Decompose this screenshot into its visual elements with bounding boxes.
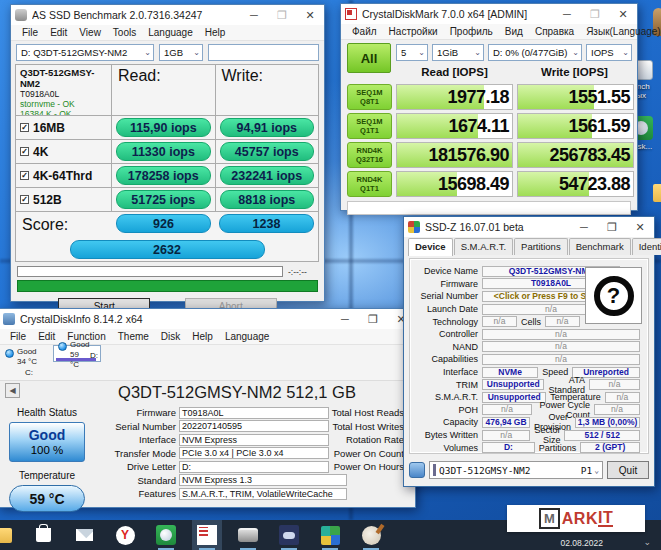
quit-button[interactable]: Quit	[607, 461, 649, 479]
cdi-titlebar[interactable]: CrystalDiskInfo 8.14.2 x64 ─ ❐ ✕	[0, 309, 415, 329]
menu-item-language[interactable]: Язык(Language)	[580, 26, 661, 37]
tab-partitions[interactable]: Partitions	[514, 238, 568, 255]
taskbar-ssdz[interactable]	[277, 523, 301, 547]
drive-tab-c[interactable]: Good 34 °C C:	[5, 345, 53, 380]
maximize-icon[interactable]: ❐	[359, 309, 387, 329]
as-ssd-icon	[238, 528, 258, 542]
as-ssd-titlebar[interactable]: AS SSD Benchmark 2.0.7316.34247 ─ ❐ ✕	[11, 5, 324, 25]
cdm-titlebar[interactable]: CrystalDiskMark 7.0.0 x64 [ADMIN] ─ ❐ ✕	[341, 4, 637, 24]
menu-item-theme[interactable]: Theme	[112, 331, 155, 342]
minimize-icon[interactable]: ─	[553, 4, 581, 24]
tab-benchmark[interactable]: Benchmark	[569, 238, 631, 255]
temperature-box[interactable]: 59 °C	[9, 485, 85, 512]
desktop: ench ых Disk... AS SSD Benchmark 2.0.731…	[0, 0, 661, 550]
taskbar-as-ssd[interactable]	[236, 523, 260, 547]
run-count-select[interactable]: 5 ⌄	[396, 44, 428, 61]
minimize-icon[interactable]: ─	[570, 217, 598, 237]
test-size-select[interactable]: 1GiB ⌄	[432, 44, 484, 61]
drive-letter: C:	[5, 368, 53, 377]
maximize-icon[interactable]: ❐	[268, 5, 296, 25]
health-status-box[interactable]: Good 100 %	[9, 422, 85, 462]
settings-icon[interactable]	[409, 462, 425, 478]
drive-select[interactable]: D: Q3DT-512GMSY-NM2 ⌄	[16, 44, 154, 61]
partitions-value: 2 (GPT)	[580, 442, 640, 453]
drive-status: Good	[70, 340, 90, 350]
minimize-icon[interactable]: ─	[240, 5, 268, 25]
menu-item-edit[interactable]: Edit	[44, 27, 73, 38]
all-test-button[interactable]: All	[347, 43, 391, 73]
menu-item-file[interactable]: File	[16, 27, 44, 38]
checkbox-checked-icon[interactable]: ✓	[20, 171, 29, 180]
write-result-cell: 54723.88	[517, 171, 634, 197]
read-score: 926	[116, 214, 211, 233]
menu-item-tools[interactable]: Tools	[107, 27, 142, 38]
features-value: S.M.A.R.T., TRIM, VolatileWriteCache	[179, 488, 347, 500]
taskbar-store[interactable]	[31, 523, 55, 547]
field-label: Total Host Reads	[329, 407, 407, 418]
menu-item-settings[interactable]: Настройки	[383, 26, 444, 37]
drive-tab-d[interactable]: Good 59 °C D:	[53, 345, 101, 362]
close-icon[interactable]: ✕	[626, 217, 654, 237]
test-type-button[interactable]: RND4K Q1T1	[347, 171, 392, 197]
checkbox-checked-icon[interactable]: ✓	[20, 147, 29, 156]
menu-item-edit[interactable]: Edit	[32, 331, 61, 342]
read-result-cell: 1977.18	[396, 84, 513, 110]
taskbar-tiles-app[interactable]	[318, 523, 342, 547]
close-icon[interactable]: ✕	[609, 4, 637, 24]
test-row-label: ✓ 4K-64Thrd	[15, 163, 112, 188]
chevron-down-icon[interactable]: ⌄	[643, 537, 651, 547]
markit-watermark: M ARK IT	[507, 505, 645, 532]
target-drive-select[interactable]: D: 0% (0/477GiB) ⌄	[488, 44, 582, 61]
drive-select[interactable]: Q3DT-512GMSY-NM2 P1 ⌄	[429, 461, 603, 479]
menu-item-view[interactable]: Вид	[499, 26, 529, 37]
taskbar-crystaldiskmark[interactable]	[195, 523, 219, 547]
menu-item-help[interactable]: Справка	[529, 26, 580, 37]
total-score: 2632	[70, 240, 265, 259]
previous-drive-button[interactable]: ◀	[5, 383, 20, 398]
menu-item-language[interactable]: Language	[142, 27, 199, 38]
test-size-select[interactable]: 1GB ⌄	[159, 44, 203, 61]
menu-item-view[interactable]: View	[73, 27, 107, 38]
crystaldiskinfo-icon	[156, 525, 176, 545]
drive-status: Good	[17, 347, 37, 357]
taskbar-crystaldiskinfo[interactable]	[154, 523, 178, 547]
field-label: NAND	[410, 342, 482, 352]
taskbar-mail[interactable]	[72, 523, 96, 547]
chevron-down-icon: ⌄	[594, 466, 599, 475]
menu-item-disk[interactable]: Disk	[155, 331, 186, 342]
close-icon[interactable]: ✕	[296, 5, 324, 25]
taskbar-paint[interactable]	[359, 523, 383, 547]
taskbar-yandex-browser[interactable]: Y	[113, 523, 137, 547]
crystaldiskinfo-window: CrystalDiskInfo 8.14.2 x64 ─ ❐ ✕ File Ed…	[0, 308, 416, 508]
test-type-button[interactable]: SEQ1M Q8T1	[347, 84, 392, 110]
chevron-down-icon: ⌄	[474, 48, 481, 57]
field-label: Capabilities	[410, 354, 482, 364]
field-label: Interface	[95, 434, 179, 445]
menu-item-file[interactable]: File	[4, 331, 32, 342]
chevron-down-icon: ⌄	[144, 48, 151, 57]
test-type-button[interactable]: RND4K Q32T16	[347, 142, 392, 168]
unit-select[interactable]: IOPS ⌄	[586, 44, 632, 61]
field-label: Partitions	[535, 443, 581, 453]
menu-item-language[interactable]: Language	[219, 331, 276, 342]
menu-item-help[interactable]: Help	[199, 27, 232, 38]
tab-device[interactable]: Device	[408, 238, 453, 256]
checkbox-checked-icon[interactable]: ✓	[20, 195, 29, 204]
tab-smart[interactable]: S.M.A.R.T.	[454, 238, 513, 255]
drive-letter: D:	[90, 351, 98, 360]
health-status-label: Health Status	[0, 407, 95, 418]
drive-model-title: Q3DT-512GMSY-NM2 512,1 GB	[59, 383, 415, 402]
menu-item-file[interactable]: Файл	[346, 26, 383, 37]
test-type-button[interactable]: SEQ1M Q1T1	[347, 113, 392, 139]
menu-item-profile[interactable]: Профиль	[444, 26, 499, 37]
minimize-icon[interactable]: ─	[331, 309, 359, 329]
menu-item-help[interactable]: Help	[186, 331, 219, 342]
maximize-icon[interactable]: ❐	[598, 217, 626, 237]
write-column-header: Write:	[215, 64, 320, 116]
taskbar-explorer[interactable]	[0, 523, 14, 547]
checkbox-checked-icon[interactable]: ✓	[20, 123, 29, 132]
desktop-icon-folder[interactable]	[644, 184, 661, 204]
tab-identify[interactable]: Identify	[632, 238, 661, 255]
ssdz-titlebar[interactable]: SSD-Z 16.07.01 beta ─ ❐ ✕	[404, 217, 654, 237]
taskbar-date[interactable]: 02.08.2022	[560, 538, 603, 548]
